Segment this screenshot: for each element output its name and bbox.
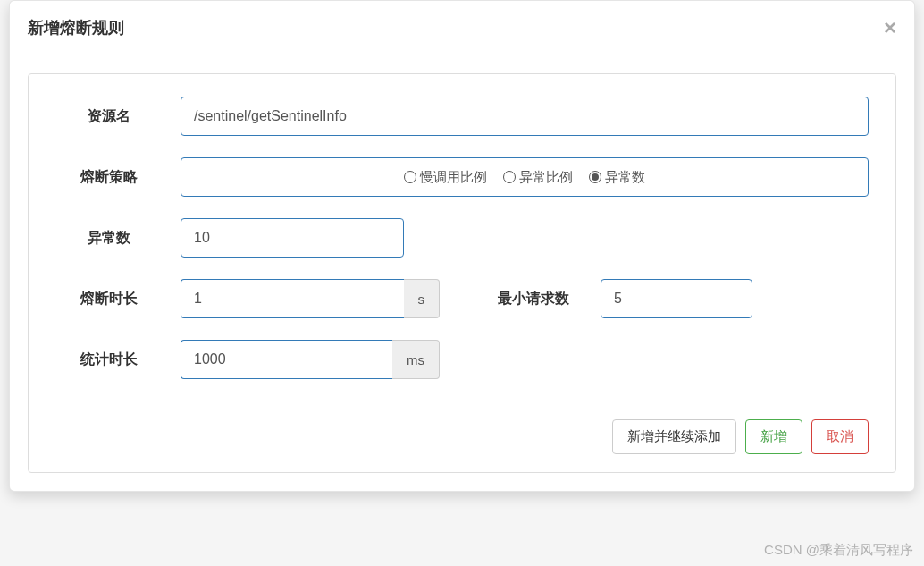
radio-icon [589,171,601,183]
label-resource: 资源名 [55,107,163,126]
radio-group-strategy: 慢调用比例 异常比例 异常数 [181,157,869,197]
radio-label: 异常数 [605,169,645,186]
input-exception-count[interactable] [181,218,404,258]
row-stat-duration: 统计时长 ms [55,340,869,379]
unit-seconds: s [404,279,441,318]
input-min-request[interactable] [601,279,752,318]
modal-title: 新增熔断规则 [28,17,124,38]
label-strategy: 熔断策略 [55,168,163,187]
input-group-break-duration: s [181,279,440,318]
label-stat-duration: 统计时长 [55,351,163,369]
radio-exception-count[interactable]: 异常数 [589,169,645,186]
form-panel: 资源名 熔断策略 慢调用比例 异常比例 异常数 [28,73,896,473]
row-strategy: 熔断策略 慢调用比例 异常比例 异常数 [55,157,869,197]
label-exception-count: 异常数 [55,229,163,248]
close-icon[interactable]: × [884,17,896,38]
modal-dialog: 新增熔断规则 × 资源名 熔断策略 慢调用比例 异常比例 [9,0,915,492]
label-min-request: 最小请求数 [484,290,583,308]
input-break-duration[interactable] [181,279,404,318]
radio-icon [404,171,416,183]
add-continue-button[interactable]: 新增并继续添加 [612,419,736,454]
input-resource[interactable] [181,97,869,136]
add-button[interactable]: 新增 [745,419,802,454]
unit-ms: ms [392,340,440,379]
label-break-duration: 熔断时长 [55,290,163,308]
modal-header: 新增熔断规则 × [10,1,914,55]
modal-body: 资源名 熔断策略 慢调用比例 异常比例 异常数 [10,55,914,491]
footer-buttons: 新增并继续添加 新增 取消 [55,419,869,454]
input-group-stat-duration: ms [181,340,440,379]
radio-exception-ratio[interactable]: 异常比例 [503,169,573,186]
row-resource: 资源名 [55,97,869,136]
row-break-duration: 熔断时长 s 最小请求数 [55,279,869,318]
cancel-button[interactable]: 取消 [811,419,869,454]
row-exception-count: 异常数 [55,218,869,258]
radio-label: 慢调用比例 [420,169,487,186]
divider [55,401,869,401]
input-stat-duration[interactable] [181,340,392,379]
watermark: CSDN @乘着清风写程序 [764,542,913,559]
radio-slow-ratio[interactable]: 慢调用比例 [404,169,487,186]
radio-label: 异常比例 [519,169,573,186]
radio-icon [503,171,516,183]
